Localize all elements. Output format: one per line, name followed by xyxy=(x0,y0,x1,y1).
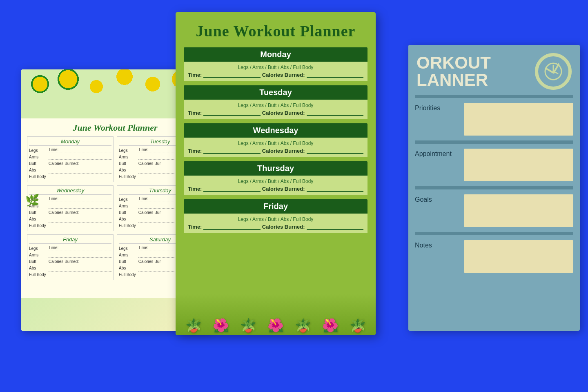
center-thursday-row: Time: Calories Burned: xyxy=(188,185,363,192)
calories-label-thu: Calories Burned: xyxy=(262,186,305,192)
day-friday-items: LegsArmsButtAbsFull Body xyxy=(29,245,46,278)
right-appointment-row: Appointment xyxy=(415,149,573,181)
day-friday-fields: Time: Calories Burned: xyxy=(49,245,111,278)
center-thursday-content: Legs / Arms / Butt / Abs / Full Body Tim… xyxy=(184,176,368,195)
center-friday-header: Friday xyxy=(184,199,368,214)
day-friday-title: Friday xyxy=(29,236,111,244)
right-notes-label-col: Notes xyxy=(415,240,460,273)
center-friday-content: Legs / Arms / Butt / Abs / Full Body Tim… xyxy=(184,214,368,233)
flower-pot-2: 🌺 xyxy=(213,318,229,333)
calories-field-friday xyxy=(307,223,363,230)
calories-label-fri: Calories Burned: xyxy=(262,224,305,230)
flower-pot-6: 🌺 xyxy=(322,318,339,333)
center-friday-section: Friday Legs / Arms / Butt / Abs / Full B… xyxy=(184,199,368,233)
right-goals-label: Goals xyxy=(415,196,432,203)
time-field-monday xyxy=(203,71,260,78)
calories-label-wed: Calories Burned: xyxy=(262,148,305,154)
center-monday-content: Legs / Arms / Butt / Abs / Full Body Tim… xyxy=(184,62,368,81)
center-monday-subtitle: Legs / Arms / Butt / Abs / Full Body xyxy=(188,63,363,71)
right-notes-label: Notes xyxy=(415,242,432,249)
center-wednesday-row: Time: Calories Burned: xyxy=(188,147,363,154)
right-goals-label-col: Goals xyxy=(415,194,460,227)
time-field-thursday xyxy=(203,185,260,192)
right-priorities-row: Priorities xyxy=(415,103,573,136)
right-appointment-label-col: Appointment xyxy=(415,149,460,181)
center-monday-section: Monday Legs / Arms / Butt / Abs / Full B… xyxy=(184,47,368,81)
day-box-friday: Friday LegsArmsButtAbsFull Body Time: Ca… xyxy=(27,234,114,280)
time-field-tuesday xyxy=(203,109,260,116)
time-field-friday xyxy=(203,223,260,230)
day-tuesday-items: LegsArmsButtAbsFull Body xyxy=(119,147,136,180)
center-card: June Workout Planner Monday Legs / Arms … xyxy=(176,12,376,335)
time-label-tue: Time: xyxy=(188,110,202,116)
center-friday-row: Time: Calories Burned: xyxy=(188,223,363,230)
right-title-text: ORKOUT LANNER xyxy=(416,54,528,89)
right-priorities-label: Priorities xyxy=(415,105,440,112)
calories-field-monday xyxy=(307,71,363,78)
flower-pot-3: 🪴 xyxy=(240,318,256,333)
right-divider-4 xyxy=(415,232,573,235)
center-tuesday-header: Tuesday xyxy=(184,85,368,100)
right-notes-box xyxy=(464,240,573,273)
right-divider-1 xyxy=(415,95,573,98)
right-goals-row: Goals xyxy=(415,194,573,227)
center-thursday-header: Thursday xyxy=(184,161,368,176)
time-field-wednesday xyxy=(203,147,260,154)
center-thursday-section: Thursday Legs / Arms / Butt / Abs / Full… xyxy=(184,161,368,195)
day-monday-items: LegsArmsButtAbsFull Body xyxy=(29,147,46,180)
center-wednesday-content: Legs / Arms / Butt / Abs / Full Body Tim… xyxy=(184,138,368,157)
day-monday-fields: Time: Calories Burned: xyxy=(49,147,111,180)
calories-field-tuesday xyxy=(307,109,363,116)
calories-field-wednesday xyxy=(307,147,363,154)
svg-line-2 xyxy=(553,71,558,74)
left-plant-icon: 🌿 xyxy=(25,194,40,207)
right-appointment-box xyxy=(464,149,573,181)
flower-pot-5: 🪴 xyxy=(295,318,311,333)
center-wednesday-section: Wednesday Legs / Arms / Butt / Abs / Ful… xyxy=(184,123,368,157)
time-label-thu: Time: xyxy=(188,186,202,192)
day-box-wednesday: Wednesday LegsArmsButtAbsFull Body Time:… xyxy=(27,185,114,231)
center-tuesday-row: Time: Calories Burned: xyxy=(188,109,363,116)
right-card-header: ORKOUT LANNER xyxy=(408,45,580,94)
right-priorities-label-col: Priorities xyxy=(415,103,460,136)
center-card-title: June Workout Planner xyxy=(184,22,368,40)
right-title-line1: ORKOUT xyxy=(416,54,528,71)
calories-label: Calories Burned: xyxy=(262,72,305,78)
right-priorities-box xyxy=(464,103,573,136)
center-tuesday-content: Legs / Arms / Butt / Abs / Full Body Tim… xyxy=(184,100,368,119)
center-wednesday-subtitle: Legs / Arms / Butt / Abs / Full Body xyxy=(188,139,363,147)
time-label-fri: Time: xyxy=(188,224,202,230)
calories-field-thursday xyxy=(307,185,363,192)
day-monday-title: Monday xyxy=(29,138,111,146)
center-flowers-bottom: 🪴 🌺 🪴 🌺 🪴 🌺 🪴 xyxy=(176,294,376,335)
right-goals-box xyxy=(464,194,573,227)
right-appointment-label: Appointment xyxy=(415,150,452,158)
clock-svg xyxy=(543,61,564,82)
center-friday-subtitle: Legs / Arms / Butt / Abs / Full Body xyxy=(188,215,363,223)
center-monday-header: Monday xyxy=(184,47,368,62)
flower-pot-7: 🪴 xyxy=(350,318,366,333)
center-wednesday-header: Wednesday xyxy=(184,123,368,138)
day-saturday-items: LegsArmsButtAbsFull Body xyxy=(119,245,136,278)
day-wednesday-title: Wednesday xyxy=(29,187,111,195)
day-box-monday: Monday LegsArmsButtAbsFull Body Time: Ca… xyxy=(27,136,114,182)
right-divider-2 xyxy=(415,140,573,144)
time-label-wed: Time: xyxy=(188,148,202,154)
center-monday-row: Time: Calories Burned: xyxy=(188,71,363,78)
clock-icon xyxy=(535,53,572,90)
right-notes-row: Notes xyxy=(415,240,573,273)
center-thursday-subtitle: Legs / Arms / Butt / Abs / Full Body xyxy=(188,177,363,185)
center-tuesday-subtitle: Legs / Arms / Butt / Abs / Full Body xyxy=(188,101,363,109)
center-tuesday-section: Tuesday Legs / Arms / Butt / Abs / Full … xyxy=(184,85,368,119)
right-sections: Priorities Appointment Goals Notes xyxy=(408,94,580,279)
right-divider-3 xyxy=(415,186,573,189)
time-label: Time: xyxy=(188,72,202,78)
flower-pot-1: 🪴 xyxy=(185,318,202,333)
right-title-line2: LANNER xyxy=(416,71,528,89)
flower-pot-4: 🌺 xyxy=(267,318,284,333)
right-card: ORKOUT LANNER Priorities Appointment xyxy=(408,45,580,331)
calories-label-tue: Calories Burned: xyxy=(262,110,305,116)
day-wednesday-fields: Time: Calories Burned: xyxy=(49,196,111,229)
day-thursday-items: LegsArmsButtAbsFull Body xyxy=(119,196,136,229)
